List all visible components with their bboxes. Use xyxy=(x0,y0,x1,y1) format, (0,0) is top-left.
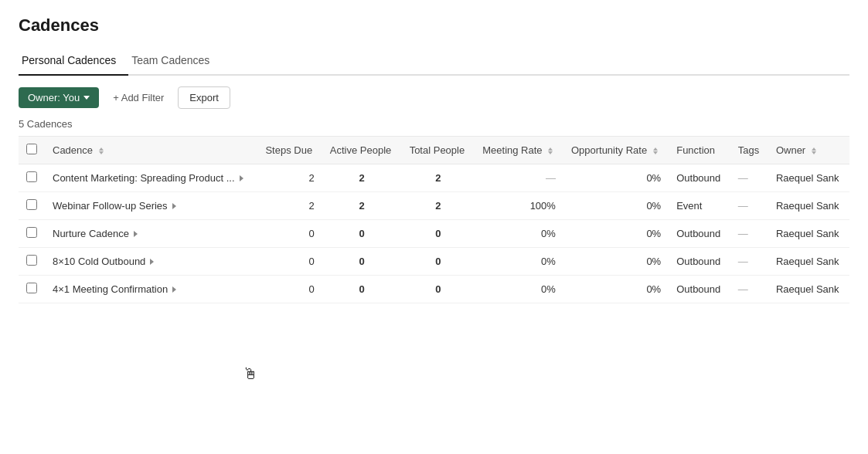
tags-cell: — xyxy=(730,220,768,248)
active-people-cell: 2 xyxy=(322,192,402,220)
active-people-cell: 2 xyxy=(322,164,402,192)
owner-filter-button[interactable]: Owner: You xyxy=(19,87,99,108)
table-row: Content Marketing: Spreading Product ...… xyxy=(19,164,849,192)
cadence-sort-icon xyxy=(99,147,104,154)
tags-value: — xyxy=(738,256,748,267)
col-header-steps-due: Steps Due xyxy=(257,137,322,164)
table-row: 8×10 Cold Outbound0000%0%Outbound—Raeque… xyxy=(19,248,849,276)
owner-filter-label: Owner: You xyxy=(28,92,80,103)
row-checkbox[interactable] xyxy=(26,199,37,210)
row-checkbox-cell[interactable] xyxy=(19,220,45,248)
col-header-tags: Tags xyxy=(730,137,768,164)
opportunity-rate-cell: 0% xyxy=(563,220,669,248)
add-filter-button[interactable]: + Add Filter xyxy=(107,87,170,108)
expand-row-icon[interactable] xyxy=(134,231,138,237)
expand-row-icon[interactable] xyxy=(172,286,176,293)
opportunity-rate-cell: 0% xyxy=(563,164,669,192)
meeting-rate-cell: 0% xyxy=(475,276,563,303)
page-title: Cadences xyxy=(19,15,849,36)
total-people-cell: 0 xyxy=(402,248,475,276)
cadence-name-cell[interactable]: Content Marketing: Spreading Product ... xyxy=(45,164,257,192)
cadences-table: Cadence Steps Due Active People Total Pe… xyxy=(19,136,849,303)
total-people-cell: 0 xyxy=(402,220,475,248)
opportunity-rate-cell: 0% xyxy=(563,276,669,303)
col-header-active-people: Active People xyxy=(322,137,402,164)
active-people-cell: 0 xyxy=(322,248,402,276)
tab-personal-cadences[interactable]: Personal Cadences xyxy=(19,48,128,76)
meeting-rate-value: — xyxy=(546,172,556,184)
owner-cell: Raequel Sank xyxy=(768,276,849,303)
tags-cell: — xyxy=(730,276,768,303)
tags-cell: — xyxy=(730,164,768,192)
table-row: Webinar Follow-up Series222100%0%Event—R… xyxy=(19,192,849,220)
expand-row-icon[interactable] xyxy=(172,203,176,209)
function-cell: Outbound xyxy=(669,248,730,276)
tags-value: — xyxy=(738,283,748,295)
row-checkbox-cell[interactable] xyxy=(19,192,45,220)
cadence-name-text: Webinar Follow-up Series xyxy=(53,200,168,212)
owner-cell: Raequel Sank xyxy=(768,220,849,248)
meeting-rate-cell: 0% xyxy=(475,248,563,276)
expand-row-icon[interactable] xyxy=(240,175,243,181)
cadence-name-text: Content Marketing: Spreading Product ... xyxy=(53,172,235,184)
steps-due-cell: 0 xyxy=(257,220,322,248)
tab-team-cadences[interactable]: Team Cadences xyxy=(128,48,222,76)
row-checkbox-cell[interactable] xyxy=(19,164,45,192)
steps-due-cell: 0 xyxy=(257,248,322,276)
col-header-meeting-rate[interactable]: Meeting Rate xyxy=(475,137,563,164)
function-cell: Outbound xyxy=(669,164,730,192)
steps-due-cell: 2 xyxy=(257,164,322,192)
cadence-name-cell[interactable]: 8×10 Cold Outbound xyxy=(45,248,257,276)
tabs-container: Personal Cadences Team Cadences xyxy=(19,48,849,76)
meeting-rate-sort-icon xyxy=(548,147,553,154)
col-header-owner[interactable]: Owner xyxy=(768,137,849,164)
meeting-rate-cell: 100% xyxy=(475,192,563,220)
opportunity-rate-sort-icon xyxy=(653,147,658,154)
row-checkbox[interactable] xyxy=(26,171,37,182)
owner-cell: Raequel Sank xyxy=(768,248,849,276)
tags-value: — xyxy=(738,172,748,184)
select-all-cell[interactable] xyxy=(19,137,45,164)
cadence-name-cell[interactable]: 4×1 Meeting Confirmation xyxy=(45,276,257,303)
chevron-down-icon xyxy=(83,96,90,100)
export-button[interactable]: Export xyxy=(178,86,230,109)
function-cell: Event xyxy=(669,192,730,220)
owner-cell: Raequel Sank xyxy=(768,192,849,220)
row-checkbox[interactable] xyxy=(26,227,37,238)
steps-due-cell: 2 xyxy=(257,192,322,220)
col-header-total-people: Total People xyxy=(402,137,475,164)
col-header-function: Function xyxy=(669,137,730,164)
expand-row-icon[interactable] xyxy=(150,259,154,265)
cadence-name-cell[interactable]: Webinar Follow-up Series xyxy=(45,192,257,220)
cadences-count: 5 Cadences xyxy=(19,118,849,130)
col-header-cadence[interactable]: Cadence xyxy=(45,137,257,164)
tags-value: — xyxy=(738,228,748,239)
table-row: 4×1 Meeting Confirmation0000%0%Outbound—… xyxy=(19,276,849,303)
select-all-checkbox[interactable] xyxy=(26,144,37,154)
tags-cell: — xyxy=(730,248,768,276)
row-checkbox-cell[interactable] xyxy=(19,276,45,303)
total-people-cell: 2 xyxy=(402,164,475,192)
total-people-cell: 2 xyxy=(402,192,475,220)
table-body: Content Marketing: Spreading Product ...… xyxy=(19,164,849,303)
function-cell: Outbound xyxy=(669,276,730,303)
cursor-icon: 🖱 xyxy=(243,365,258,383)
cadence-name-text: Nurture Cadence xyxy=(53,228,129,239)
toolbar: Owner: You + Add Filter Export xyxy=(19,86,849,109)
owner-cell: Raequel Sank xyxy=(768,164,849,192)
meeting-rate-cell: 0% xyxy=(475,220,563,248)
col-header-opportunity-rate[interactable]: Opportunity Rate xyxy=(563,137,669,164)
meeting-rate-cell: — xyxy=(475,164,563,192)
row-checkbox-cell[interactable] xyxy=(19,248,45,276)
opportunity-rate-cell: 0% xyxy=(563,248,669,276)
steps-due-cell: 0 xyxy=(257,276,322,303)
owner-sort-icon xyxy=(812,147,816,154)
table-header-row: Cadence Steps Due Active People Total Pe… xyxy=(19,137,849,164)
row-checkbox[interactable] xyxy=(26,283,37,293)
cadence-name-cell[interactable]: Nurture Cadence xyxy=(45,220,257,248)
cadence-name-text: 8×10 Cold Outbound xyxy=(53,256,145,267)
page-container: Cadences Personal Cadences Team Cadences… xyxy=(0,0,868,454)
cursor-area: 🖱 xyxy=(19,303,849,445)
row-checkbox[interactable] xyxy=(26,255,37,266)
function-cell: Outbound xyxy=(669,220,730,248)
